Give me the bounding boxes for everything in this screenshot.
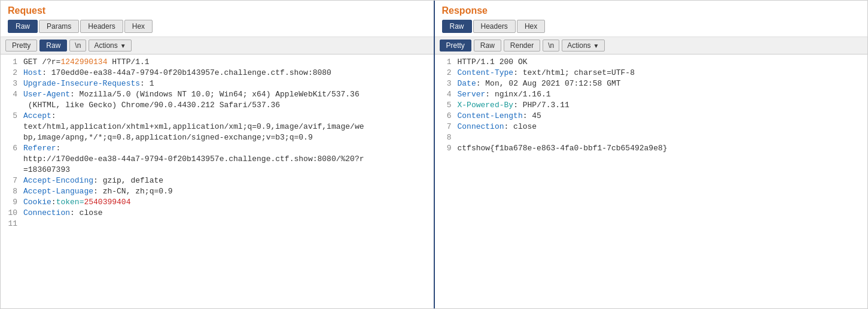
request-raw-btn[interactable]: Raw bbox=[39, 40, 67, 51]
response-ln-btn[interactable]: \n bbox=[543, 40, 559, 51]
response-line-3: 3 Date: Mon, 02 Aug 2021 07:12:58 GMT bbox=[435, 78, 868, 89]
request-tab-params[interactable]: Params bbox=[39, 20, 79, 33]
request-tabs: Raw Params Headers Hex bbox=[8, 20, 427, 33]
response-line-6: 6 Content-Length: 45 bbox=[435, 111, 868, 122]
response-title: Response bbox=[442, 5, 861, 16]
response-tabs: Raw Headers Hex bbox=[442, 20, 861, 33]
request-actions-btn[interactable]: Actions ▼ bbox=[89, 40, 131, 51]
chevron-down-icon: ▼ bbox=[120, 43, 126, 49]
response-tab-raw[interactable]: Raw bbox=[442, 20, 472, 33]
response-panel: Response Raw Headers Hex Pretty Raw Rend… bbox=[435, 1, 868, 308]
response-line-4: 4 Server: nginx/1.16.1 bbox=[435, 89, 868, 100]
response-tab-headers[interactable]: Headers bbox=[473, 20, 516, 33]
request-line-2: 2 Host: 170edd0e-ea38-44a7-9794-0f20b143… bbox=[1, 68, 434, 78]
request-line-1: 1 GET /?r=1242990134 HTTP/1.1 bbox=[1, 57, 434, 68]
request-line-4b: (KHTML, like Gecko) Chrome/90.0.4430.212… bbox=[1, 100, 434, 111]
response-content[interactable]: 1 HTTP/1.1 200 OK 2 Content-Type: text/h… bbox=[435, 54, 868, 308]
request-pretty-btn[interactable]: Pretty bbox=[5, 40, 37, 51]
response-line-2: 2 Content-Type: text/html; charset=UTF-8 bbox=[435, 68, 868, 78]
request-line-7: 7 Accept-Encoding: gzip, deflate bbox=[1, 175, 434, 186]
response-line-9: 9 ctfshow{f1ba678e-e863-4fa0-bbf1-7cb654… bbox=[435, 143, 868, 154]
response-header: Response Raw Headers Hex bbox=[435, 1, 868, 37]
request-line-5b: text/html,application/xhtml+xml,applicat… bbox=[1, 122, 434, 132]
request-panel: Request Raw Params Headers Hex Pretty Ra… bbox=[1, 1, 435, 308]
response-raw-btn[interactable]: Raw bbox=[474, 40, 501, 51]
request-line-11: 11 bbox=[1, 219, 434, 229]
response-line-7: 7 Connection: close bbox=[435, 122, 868, 132]
request-content[interactable]: 1 GET /?r=1242990134 HTTP/1.1 2 Host: 17… bbox=[1, 54, 434, 308]
request-title: Request bbox=[8, 5, 427, 16]
request-line-6: 6 Referer: bbox=[1, 143, 434, 154]
request-tab-headers[interactable]: Headers bbox=[80, 20, 123, 33]
response-render-btn[interactable]: Render bbox=[504, 40, 540, 51]
request-line-5c: bp,image/apng,*/*;q=0.8,application/sign… bbox=[1, 132, 434, 143]
response-line-1: 1 HTTP/1.1 200 OK bbox=[435, 57, 868, 68]
response-line-8: 8 bbox=[435, 132, 868, 143]
response-line-5: 5 X-Powered-By: PHP/7.3.11 bbox=[435, 100, 868, 111]
response-actions-btn[interactable]: Actions ▼ bbox=[562, 40, 604, 51]
request-line-6b: http://170edd0e-ea38-44a7-9794-0f20b1439… bbox=[1, 154, 434, 165]
chevron-down-icon: ▼ bbox=[593, 43, 599, 49]
request-line-10: 10 Connection: close bbox=[1, 208, 434, 219]
request-toolbar: Pretty Raw \n Actions ▼ bbox=[1, 37, 434, 54]
request-line-8: 8 Accept-Language: zh-CN, zh;q=0.9 bbox=[1, 186, 434, 197]
request-tab-hex[interactable]: Hex bbox=[124, 20, 153, 33]
response-toolbar: Pretty Raw Render \n Actions ▼ bbox=[435, 37, 868, 54]
request-line-5: 5 Accept: bbox=[1, 111, 434, 122]
request-line-6c: =183607393 bbox=[1, 165, 434, 175]
request-header: Request Raw Params Headers Hex bbox=[1, 1, 434, 37]
response-tab-hex[interactable]: Hex bbox=[517, 20, 545, 33]
main-container: Request Raw Params Headers Hex Pretty Ra… bbox=[0, 0, 868, 309]
request-tab-raw[interactable]: Raw bbox=[8, 20, 38, 33]
response-pretty-btn[interactable]: Pretty bbox=[440, 40, 471, 51]
request-line-3: 3 Upgrade-Insecure-Requests: 1 bbox=[1, 78, 434, 89]
request-ln-btn[interactable]: \n bbox=[69, 40, 86, 51]
request-line-9: 9 Cookie:token=2540399404 bbox=[1, 197, 434, 208]
request-line-4: 4 User-Agent: Mozilla/5.0 (Windows NT 10… bbox=[1, 89, 434, 100]
